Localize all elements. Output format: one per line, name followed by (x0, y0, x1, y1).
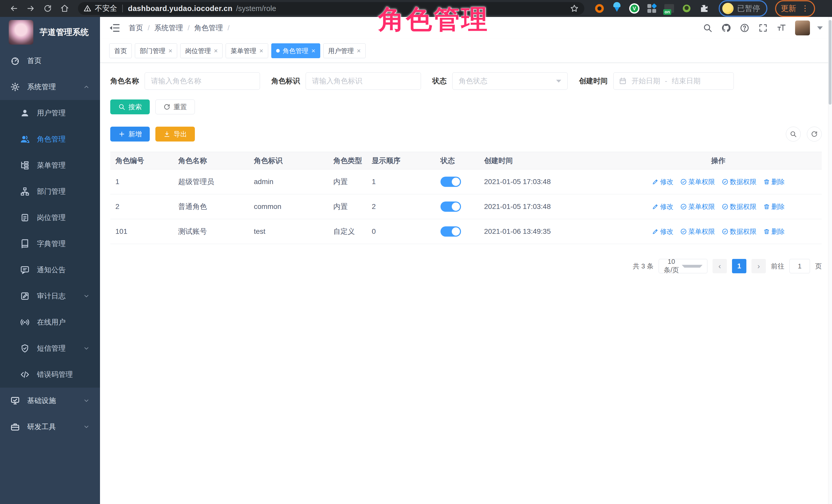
app-logo-row[interactable]: 芋道管理系统 (0, 17, 100, 48)
breadcrumb-item[interactable]: 首页 (129, 23, 154, 33)
status-toggle[interactable] (441, 227, 461, 237)
not-secure-label[interactable]: 不安全 (95, 3, 117, 14)
trash-icon (763, 203, 770, 210)
edit-action[interactable]: 修改 (652, 202, 674, 211)
collapse-sidebar-icon[interactable] (109, 22, 121, 33)
app-logo-image (9, 20, 33, 45)
bookmark-star-icon[interactable] (570, 4, 579, 13)
actions-cell: 修改 菜单权限 数据权限 删除 (610, 178, 822, 186)
scrollbar-thumb[interactable] (829, 20, 831, 105)
sidebar-item[interactable]: 菜单管理 (0, 152, 100, 179)
start-date-placeholder[interactable]: 开始日期 (631, 76, 660, 86)
browser-menu-icon[interactable] (801, 4, 809, 13)
view-tab[interactable]: 角色管理 × (271, 43, 320, 58)
delete-action[interactable]: 删除 (763, 202, 785, 211)
extension-pin-icon[interactable] (612, 3, 622, 14)
view-tab[interactable]: 首页 × (109, 43, 132, 58)
address-bar[interactable]: 不安全 dashboard.yudao.iocoder.cn/system/ro… (78, 2, 584, 15)
menu-permission-action[interactable]: 菜单权限 (680, 227, 715, 236)
next-page-button[interactable] (752, 259, 766, 273)
tab-close-icon[interactable]: × (259, 47, 263, 54)
extension-v-icon[interactable]: V (629, 3, 640, 14)
menu-permission-action[interactable]: 菜单权限 (680, 178, 715, 186)
sidebar-item[interactable]: 审计日志 (0, 283, 100, 309)
role-name-input[interactable] (145, 72, 260, 90)
extension-orange-icon[interactable] (594, 3, 605, 14)
tab-close-icon[interactable]: × (168, 47, 172, 54)
delete-action[interactable]: 删除 (763, 178, 785, 186)
browser-scrollbar[interactable] (828, 17, 832, 504)
toggle-search-button[interactable] (786, 127, 801, 141)
page-size-select[interactable]: 10条/页 (659, 259, 707, 273)
extensions-puzzle-icon[interactable] (699, 3, 709, 14)
tab-close-icon[interactable]: × (312, 47, 315, 54)
status-toggle[interactable] (441, 202, 461, 212)
user-avatar[interactable] (795, 21, 810, 35)
status-select[interactable]: 角色状态 (452, 72, 568, 90)
browser-update-button[interactable]: 更新 (775, 0, 815, 17)
header-search-icon[interactable] (703, 23, 712, 33)
extension-on-badge-icon[interactable]: on (664, 3, 675, 14)
search-button[interactable]: 搜索 (110, 100, 150, 114)
sidebar-item[interactable]: 用户管理 (0, 100, 100, 126)
page-number-button[interactable]: 1 (732, 259, 746, 273)
help-icon[interactable] (740, 23, 749, 33)
sidebar-item-icon (20, 291, 30, 301)
extension-grid-icon[interactable] (646, 3, 657, 14)
goto-page-input[interactable] (789, 259, 810, 273)
data-permission-action[interactable]: 数据权限 (722, 178, 757, 186)
refresh-table-button[interactable] (807, 127, 822, 141)
view-tab[interactable]: 菜单管理 × (226, 43, 268, 58)
sidebar-item[interactable]: 字典管理 (0, 231, 100, 257)
table-header-row: 角色编号 角色名称 角色标识 角色类型 显示顺序 状态 创建时间 操作 (110, 152, 822, 169)
breadcrumb-item[interactable]: 角色管理 (194, 23, 234, 33)
sidebar-item[interactable]: 在线用户 (0, 309, 100, 335)
browser-forward-button[interactable] (24, 1, 38, 16)
role-key-input[interactable] (306, 72, 421, 90)
view-tab[interactable]: 用户管理 × (323, 43, 366, 58)
edit-action[interactable]: 修改 (652, 227, 674, 236)
avatar-caret-down-icon[interactable] (817, 26, 823, 30)
delete-action[interactable]: 删除 (763, 227, 785, 236)
browser-reload-button[interactable] (41, 1, 55, 16)
status-toggle[interactable] (441, 177, 461, 187)
tab-close-icon[interactable]: × (357, 47, 361, 54)
add-button[interactable]: 新增 (110, 127, 150, 141)
end-date-placeholder[interactable]: 结束日期 (672, 76, 700, 86)
breadcrumb: 首页系统管理角色管理 (129, 23, 234, 33)
sidebar-item[interactable]: 首页 (0, 48, 100, 74)
breadcrumb-item[interactable]: 系统管理 (154, 23, 194, 33)
fullscreen-icon[interactable] (758, 23, 768, 33)
sidebar-item[interactable]: 错误码管理 (0, 362, 100, 388)
sidebar-item[interactable]: 短信管理 (0, 335, 100, 362)
date-range-picker[interactable]: 开始日期 - 结束日期 (613, 72, 734, 90)
reset-button[interactable]: 重置 (155, 100, 195, 114)
data-permission-action[interactable]: 数据权限 (722, 227, 757, 236)
browser-home-button[interactable] (57, 1, 72, 16)
sidebar-item[interactable]: 部门管理 (0, 179, 100, 205)
sidebar-item[interactable]: 岗位管理 (0, 205, 100, 231)
view-tab[interactable]: 部门管理 × (135, 43, 177, 58)
menu-permission-action[interactable]: 菜单权限 (680, 202, 715, 211)
view-tab[interactable]: 岗位管理 × (180, 43, 223, 58)
column-header: 显示顺序 (367, 156, 435, 166)
table-body: 1 超级管理员 admin 内置 1 2021-01-05 17:03:48 修… (110, 169, 822, 244)
sidebar-item[interactable]: 系统管理 (0, 74, 100, 100)
trash-icon (763, 179, 770, 185)
profile-paused-pill[interactable]: 已暂停 (719, 0, 768, 17)
sidebar-item[interactable]: 角色管理 (0, 126, 100, 152)
edit-action[interactable]: 修改 (652, 178, 674, 186)
font-size-icon[interactable] (777, 23, 786, 33)
tab-close-icon[interactable]: × (214, 47, 218, 54)
export-button[interactable]: 导出 (155, 127, 195, 141)
column-header: 状态 (435, 156, 479, 166)
prev-page-button[interactable] (712, 259, 727, 273)
sidebar-item[interactable]: 研发工具 (0, 414, 100, 440)
page-suffix-label: 页 (815, 262, 822, 271)
data-permission-action[interactable]: 数据权限 (722, 202, 757, 211)
sidebar-item[interactable]: 基础设施 (0, 388, 100, 414)
github-icon[interactable] (721, 23, 731, 33)
browser-back-button[interactable] (7, 1, 21, 16)
extension-person-icon[interactable] (681, 3, 692, 14)
sidebar-item[interactable]: 通知公告 (0, 257, 100, 283)
